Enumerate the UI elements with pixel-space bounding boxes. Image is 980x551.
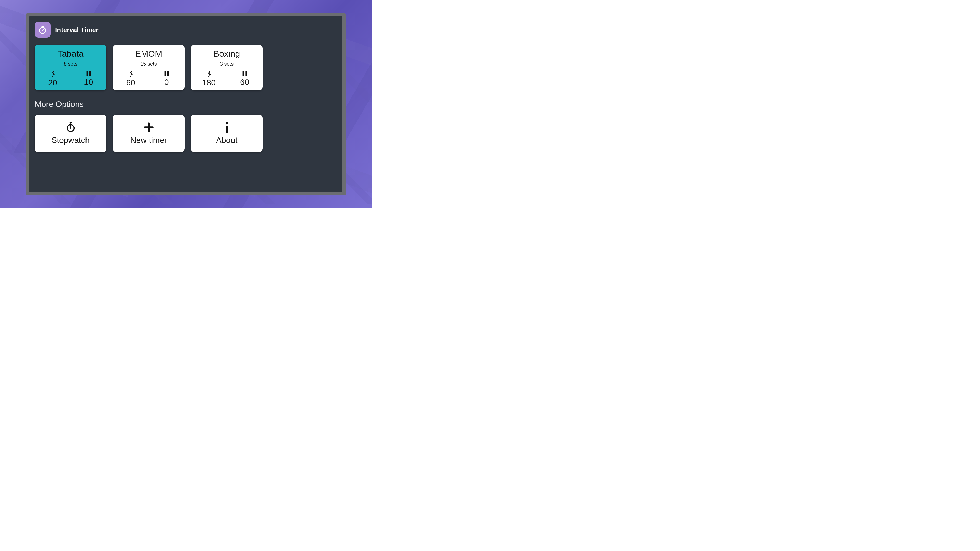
rest-stat: 10 [71,70,107,87]
option-new-timer[interactable]: New timer [113,114,185,152]
svg-rect-20 [226,126,228,133]
svg-rect-6 [89,71,91,76]
preset-title: Tabata [57,48,83,59]
rest-value: 10 [84,78,93,87]
svg-point-10 [209,71,210,72]
preset-sets: 8 sets [64,61,77,67]
svg-point-19 [225,122,228,124]
app-screen: Interval Timer Tabata 8 sets 20 10 [29,16,342,192]
preset-card-tabata[interactable]: Tabata 8 sets 20 10 [35,45,107,90]
more-options-heading: More Options [35,100,337,109]
plus-icon [144,122,154,133]
svg-point-4 [53,71,54,72]
work-value: 20 [48,78,57,87]
svg-rect-5 [86,71,88,76]
preset-title: EMOM [135,48,162,59]
app-icon [35,22,51,38]
option-label: About [216,135,238,145]
running-icon [205,70,212,77]
preset-stats: 20 10 [35,70,107,87]
pause-icon [86,70,91,76]
svg-rect-13 [69,122,72,123]
svg-rect-14 [70,123,71,124]
svg-rect-8 [164,71,166,76]
running-icon [127,70,134,77]
work-value: 60 [126,78,135,87]
stopwatch-icon [65,122,76,133]
tv-frame: Interval Timer Tabata 8 sets 20 10 [26,13,345,195]
preset-card-boxing[interactable]: Boxing 3 sets 180 60 [191,45,262,90]
rest-value: 60 [240,78,249,87]
option-label: Stopwatch [52,135,89,145]
preset-row: Tabata 8 sets 20 10 EMOM 15 sets [35,45,337,90]
preset-stats: 180 60 [191,70,262,87]
preset-sets: 15 sets [140,61,157,67]
options-row: Stopwatch New timer About [35,114,337,152]
svg-rect-9 [167,71,169,76]
preset-sets: 3 sets [220,61,234,67]
work-stat: 20 [35,70,71,87]
app-header: Interval Timer [35,22,337,38]
work-stat: 180 [191,70,227,87]
app-title: Interval Timer [55,26,99,34]
svg-point-7 [131,71,132,72]
preset-card-emom[interactable]: EMOM 15 sets 60 0 [113,45,185,90]
rest-stat: 0 [149,70,185,87]
rest-value: 0 [164,78,169,87]
option-stopwatch[interactable]: Stopwatch [35,114,107,152]
svg-rect-12 [245,71,247,76]
info-icon [222,122,232,133]
option-label: New timer [130,135,167,145]
pause-icon [164,70,169,76]
svg-rect-11 [242,71,244,76]
option-about[interactable]: About [191,114,262,152]
work-stat: 60 [113,70,149,87]
rest-stat: 60 [227,70,263,87]
svg-line-1 [43,29,44,30]
preset-stats: 60 0 [113,70,185,87]
running-icon [49,70,56,77]
preset-title: Boxing [213,48,240,59]
stopwatch-icon [38,25,47,35]
pause-icon [242,70,247,76]
work-value: 180 [202,78,216,87]
